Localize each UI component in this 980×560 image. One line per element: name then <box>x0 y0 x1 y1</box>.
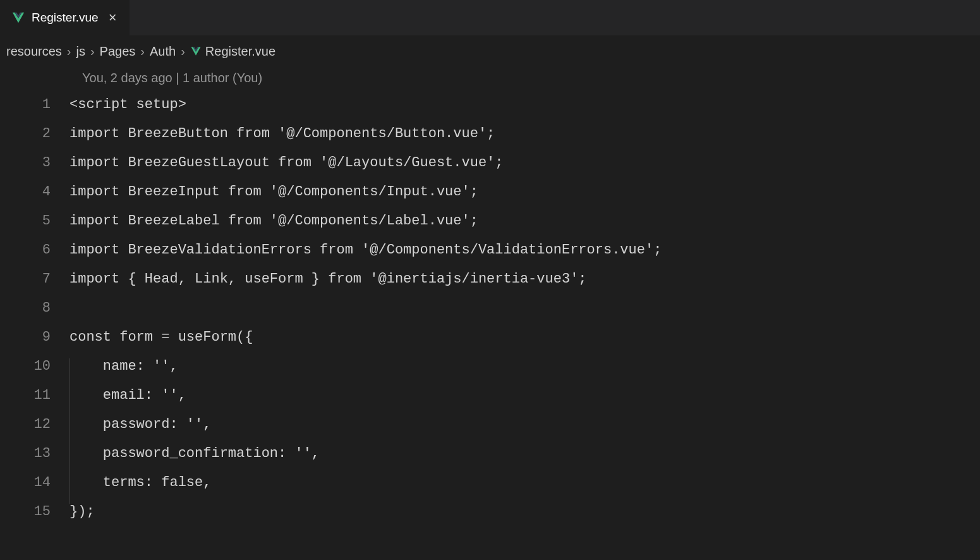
code-text: import BreezeLabel from '@/Components/La… <box>70 213 478 229</box>
chevron-right-icon: › <box>67 44 71 59</box>
indent-guide <box>70 358 70 387</box>
crumb-resources[interactable]: resources <box>6 44 62 59</box>
line-number: 11 <box>0 387 70 403</box>
code-text: import { Head, Link, useForm } from '@in… <box>70 271 587 287</box>
code-text: import BreezeButton from '@/Components/B… <box>70 126 495 142</box>
vue-file-icon <box>190 46 202 57</box>
crumb-js[interactable]: js <box>76 44 85 59</box>
crumb-file[interactable]: Register.vue <box>205 44 275 59</box>
code-line[interactable]: 2import BreezeButton from '@/Components/… <box>0 119 980 148</box>
breadcrumb: resources › js › Pages › Auth › Register… <box>0 35 980 64</box>
vue-file-icon <box>11 11 25 25</box>
code-text: import BreezeGuestLayout from '@/Layouts… <box>70 155 504 171</box>
code-content[interactable]: <script setup> <box>70 97 186 113</box>
line-number: 8 <box>0 300 70 316</box>
code-line[interactable]: 1<script setup> <box>0 90 980 119</box>
code-lines: 1<script setup>2import BreezeButton from… <box>0 90 980 526</box>
indent-guide <box>70 475 70 504</box>
code-line[interactable]: 4import BreezeInput from '@/Components/I… <box>0 177 980 206</box>
code-content[interactable]: const form = useForm({ <box>70 329 253 345</box>
code-line[interactable]: 12 password: '', <box>0 410 980 439</box>
code-content[interactable]: password_confirmation: '', <box>70 446 320 461</box>
git-blame-codelens[interactable]: You, 2 days ago | 1 author (You) <box>0 66 980 90</box>
line-number: 3 <box>0 155 70 171</box>
code-content[interactable]: import BreezeValidationErrors from '@/Co… <box>70 242 662 258</box>
code-content[interactable]: import BreezeGuestLayout from '@/Layouts… <box>70 155 504 171</box>
code-text: const form = useForm({ <box>70 329 253 345</box>
code-content[interactable]: import BreezeInput from '@/Components/In… <box>70 184 478 200</box>
code-line[interactable]: 8 <box>0 293 980 322</box>
tab-register-vue[interactable]: Register.vue × <box>0 0 130 35</box>
crumb-pages[interactable]: Pages <box>100 44 136 59</box>
code-text: email: '', <box>70 387 186 403</box>
code-content[interactable]: terms: false, <box>70 475 211 490</box>
code-line[interactable]: 13 password_confirmation: '', <box>0 439 980 468</box>
line-number: 7 <box>0 271 70 287</box>
tab-label: Register.vue <box>32 11 99 25</box>
line-number: 2 <box>0 126 70 142</box>
chevron-right-icon: › <box>90 44 95 59</box>
code-content[interactable]: import { Head, Link, useForm } from '@in… <box>70 271 587 287</box>
code-line[interactable]: 5import BreezeLabel from '@/Components/L… <box>0 206 980 235</box>
line-number: 5 <box>0 213 70 229</box>
code-text: password: '', <box>70 417 211 432</box>
line-number: 14 <box>0 475 70 490</box>
code-text: password_confirmation: '', <box>70 446 320 461</box>
code-line[interactable]: 10 name: '', <box>0 351 980 380</box>
line-number: 15 <box>0 504 70 520</box>
code-text: import BreezeValidationErrors from '@/Co… <box>70 242 662 258</box>
indent-guide <box>70 417 70 446</box>
line-number: 10 <box>0 358 70 374</box>
tabs-bar: Register.vue × <box>0 0 980 35</box>
line-number: 9 <box>0 329 70 345</box>
code-line[interactable]: 15}); <box>0 497 980 526</box>
indent-guide <box>70 387 70 417</box>
code-content[interactable]: name: '', <box>70 358 178 374</box>
crumb-auth[interactable]: Auth <box>150 44 176 59</box>
code-content[interactable]: }); <box>70 504 95 520</box>
tab-close-button[interactable]: × <box>105 9 121 26</box>
editor[interactable]: You, 2 days ago | 1 author (You) 1<scrip… <box>0 64 980 526</box>
line-number: 12 <box>0 417 70 432</box>
indent-guide <box>70 446 70 475</box>
code-line[interactable]: 6import BreezeValidationErrors from '@/C… <box>0 235 980 264</box>
code-text: <script setup> <box>70 97 186 113</box>
line-number: 1 <box>0 97 70 113</box>
code-text: name: '', <box>70 358 178 374</box>
line-number: 13 <box>0 446 70 461</box>
line-number: 4 <box>0 184 70 200</box>
code-line[interactable]: 14 terms: false, <box>0 468 980 497</box>
chevron-right-icon: › <box>140 44 145 59</box>
code-text: }); <box>70 504 95 520</box>
code-content[interactable]: import BreezeLabel from '@/Components/La… <box>70 213 478 229</box>
chevron-right-icon: › <box>181 44 185 59</box>
code-line[interactable]: 11 email: '', <box>0 380 980 410</box>
line-number: 6 <box>0 242 70 258</box>
code-content[interactable]: import BreezeButton from '@/Components/B… <box>70 126 495 142</box>
code-line[interactable]: 3import BreezeGuestLayout from '@/Layout… <box>0 148 980 177</box>
code-text: terms: false, <box>70 475 211 490</box>
code-content[interactable]: password: '', <box>70 417 211 432</box>
code-line[interactable]: 7import { Head, Link, useForm } from '@i… <box>0 264 980 293</box>
code-line[interactable]: 9const form = useForm({ <box>0 322 980 351</box>
code-content[interactable]: email: '', <box>70 387 186 403</box>
code-text: import BreezeInput from '@/Components/In… <box>70 184 478 200</box>
